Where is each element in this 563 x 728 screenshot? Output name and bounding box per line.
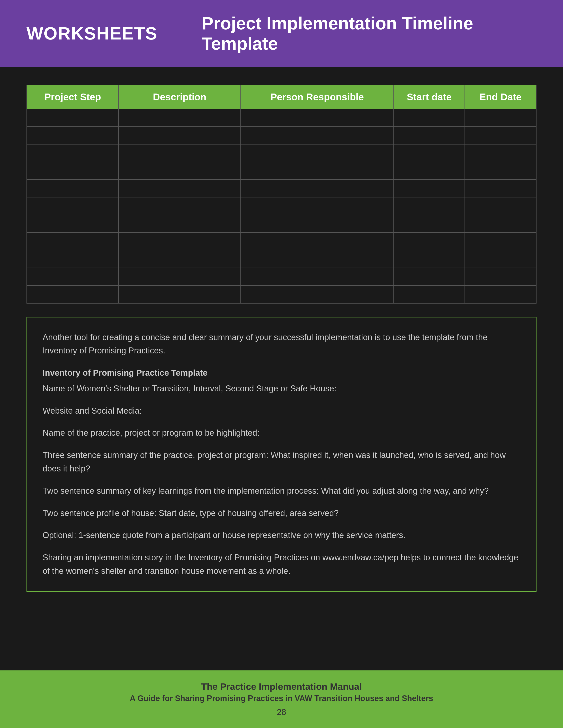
col-person-responsible: Person Responsible: [241, 85, 394, 109]
footer: The Practice Implementation Manual A Gui…: [0, 670, 563, 728]
footer-page-number: 28: [26, 707, 537, 717]
info-field5: Two sentence summary of key learnings fr…: [43, 484, 520, 498]
info-field2: Website and Social Media:: [43, 404, 520, 418]
table-row: [27, 233, 536, 250]
info-box: Another tool for creating a concise and …: [26, 317, 537, 592]
col-description: Description: [118, 85, 241, 109]
info-intro: Another tool for creating a concise and …: [43, 331, 520, 358]
table-row: [27, 109, 536, 127]
col-project-step: Project Step: [27, 85, 118, 109]
footer-manual-title: The Practice Implementation Manual: [26, 681, 537, 692]
info-field7: Optional: 1-sentence quote from a partic…: [43, 529, 520, 542]
table-row: [27, 197, 536, 215]
info-field4: Three sentence summary of the practice, …: [43, 448, 520, 475]
main-content: Project Step Description Person Responsi…: [0, 67, 563, 627]
table-row: [27, 215, 536, 233]
info-field6: Two sentence profile of house: Start dat…: [43, 507, 520, 520]
info-field3: Name of the practice, project or program…: [43, 426, 520, 440]
section-label: WORKSHEETS: [26, 23, 157, 44]
info-field8: Sharing an implementation story in the I…: [43, 551, 520, 578]
table-row: [27, 127, 536, 144]
page-title: Project Implementation Timeline Template: [201, 13, 537, 54]
timeline-table: Project Step Description Person Responsi…: [26, 85, 537, 304]
table-row: [27, 180, 536, 197]
table-row: [27, 162, 536, 180]
table-row: [27, 285, 536, 303]
table-row: [27, 268, 536, 285]
table-row: [27, 250, 536, 268]
header-bar: WORKSHEETS Project Implementation Timeli…: [0, 0, 563, 67]
col-end-date: End Date: [465, 85, 536, 109]
table-row: [27, 144, 536, 162]
footer-manual-subtitle: A Guide for Sharing Promising Practices …: [26, 694, 537, 703]
info-inventory-title: Inventory of Promising Practice Template…: [43, 366, 520, 395]
col-start-date: Start date: [394, 85, 465, 109]
